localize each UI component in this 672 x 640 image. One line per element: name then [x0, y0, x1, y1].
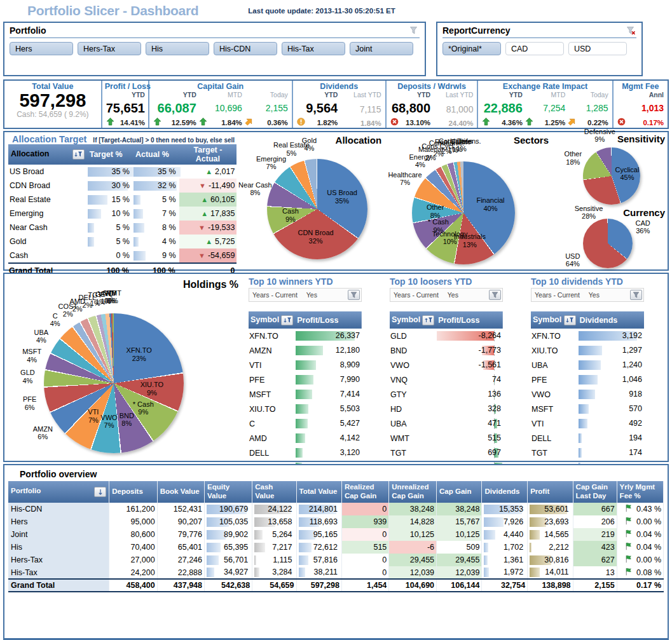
top-dividends-panel: Top 10 dividends YTDYears - CurrentYesSy… — [531, 276, 644, 461]
pie-label: XIU.TO9% — [141, 381, 163, 397]
allocation-row: Gold5 %4 %▲5,725 — [8, 235, 237, 249]
pie-label: Gold4% — [302, 136, 317, 152]
circle-red-icon — [390, 118, 399, 127]
clear-filter-icon[interactable] — [625, 25, 636, 36]
trend-up-icon: ▲ — [201, 210, 208, 217]
top-table-row: WMT515 — [390, 431, 503, 446]
report-currency-slicer: ReportCurrency*Original*CADUSD — [436, 22, 643, 76]
trend-down-icon: ▼ — [198, 224, 205, 231]
diag-orange-icon — [245, 118, 253, 127]
slicer-item-hers[interactable]: Hers — [10, 42, 73, 55]
kpi-mgmt-fee: Mgmt FeeAnnl1,0130.17% — [614, 81, 668, 128]
top-table-row: UBA1,240 — [531, 358, 644, 372]
pie-label: WMT0% — [105, 289, 121, 305]
pie-label: BND8% — [120, 412, 134, 428]
pie-label: Cash9% — [282, 207, 299, 223]
slicer-item-hers-tax[interactable]: Hers-Tax — [78, 42, 141, 55]
slicer-item-joint[interactable]: Joint — [350, 42, 413, 55]
kpi-metric: Annl1,0130.17% — [616, 91, 665, 127]
slicer-item-his-tax[interactable]: His-Tax — [282, 42, 345, 55]
portfolio-row: His-CDN161,200152,431190,67924,122214,80… — [8, 503, 664, 515]
slicer-item-usd[interactable]: USD — [568, 42, 627, 55]
years-current-filter: Years - CurrentYes — [390, 288, 503, 302]
kpi-metric: Today1,2850.22% — [566, 91, 609, 127]
up-green-icon — [482, 118, 490, 127]
kpi-label: Mgmt Fee — [616, 82, 665, 91]
top-table-row: VNQ74 — [390, 372, 503, 387]
top-table-row: UBA471 — [390, 416, 503, 431]
portfolio-row: Hers95,00090,207105,03513,658118,6939391… — [8, 515, 664, 528]
slicer-item-his-cdn[interactable]: His-CDN — [214, 42, 277, 55]
top-table-row: XIU.TO1,297 — [531, 343, 644, 358]
kpi-exchange-rate-impact: Exchange Rate ImpactYTD22,8864.36%MTD7,2… — [478, 81, 613, 128]
sort-icon[interactable] — [94, 487, 106, 497]
allocation-target-note: If [Target-Actual] > 0 then need to buy,… — [93, 137, 235, 144]
up-green-icon — [199, 118, 207, 127]
portfolio-overview-title: Portfolio overview — [20, 469, 664, 479]
slicer-item-his[interactable]: His — [146, 42, 209, 55]
portfolio-row: His70,40065,40165,3957,21772,612515-6509… — [8, 541, 664, 554]
top-table-row: PFE1,046 — [531, 372, 644, 387]
pie-label: Near Cash8% — [238, 181, 272, 197]
kpi-metric: Last YTD7,1151.84% — [339, 91, 382, 127]
portfolio-row: His-Tax24,20022,88834,9273,28438,211012,… — [8, 566, 664, 579]
allocation-row: Real Estate15 %5 %▲60,105 — [8, 193, 237, 207]
trend-up-icon: ▲ — [205, 238, 212, 245]
filter-icon[interactable] — [489, 290, 501, 300]
years-current-filter: Years - CurrentYes — [531, 288, 644, 302]
filter-sort-icon[interactable] — [281, 315, 293, 325]
filter-sort-icon[interactable] — [72, 149, 85, 160]
kpi-label: Profit / Loss — [105, 82, 146, 91]
top-table-row: GTY136 — [390, 387, 503, 402]
top-table-row: AMD4,142 — [249, 431, 362, 446]
allocation-target-panel: Allocation TargetIf [Target-Actual] > 0 … — [4, 132, 237, 269]
filter-sort-icon[interactable] — [564, 315, 576, 325]
portfolio-overview-band: Portfolio overview PortfolioDepositsBook… — [3, 464, 669, 640]
slicer-title: Portfolio — [10, 25, 46, 36]
top-table-row: XFN.TO3,192 — [531, 329, 644, 343]
flag-icon — [624, 517, 636, 527]
top-table-row: GLD-8,264 — [390, 329, 503, 343]
clear-filter-icon[interactable] — [408, 25, 420, 36]
slicer-item--original-[interactable]: *Original* — [442, 42, 501, 55]
kpi-total-value: Total Value597,298Cash: 54,659 ( 9.2%) — [4, 81, 102, 128]
filter-icon[interactable] — [348, 290, 360, 300]
top-table-row: VWO918 — [531, 387, 644, 402]
top-winners-panel: Top 10 winners YTDYears - CurrentYesSymb… — [249, 276, 362, 461]
kpi-band: Total Value597,298Cash: 54,659 ( 9.2%)Pr… — [3, 79, 669, 129]
page-title: Portfolio Slicer - Dashboard — [27, 3, 198, 18]
pie-label: VWO7% — [100, 414, 117, 430]
kpi-metric: Today2,1550.36% — [243, 91, 289, 127]
sectors-chart-title: Sectors — [514, 135, 549, 146]
slicer-row: PortfolioHersHers-TaxHisHis-CDNHis-TaxJo… — [3, 22, 669, 76]
filter-sort-icon[interactable] — [422, 315, 434, 325]
kpi-deposits-wdrwls: Deposits / WdrwlsYTD68,80013.10%Last YTD… — [387, 81, 479, 128]
top-table-row: VWO-1,561 — [390, 358, 503, 372]
pie-label: Defensive9% — [584, 127, 615, 143]
up-green-icon — [106, 118, 114, 127]
top-table-row: TGT697 — [390, 446, 503, 460]
kpi-metric: YTD68,80013.10% — [389, 91, 432, 127]
top-table-title: Top 10 winners YTD — [249, 276, 362, 287]
allocation-row: Cash0 %9 %▼-54,659 — [8, 249, 237, 263]
total-value: 597,298 — [7, 91, 99, 110]
flag-icon — [624, 529, 636, 540]
top-table-row: BND-1,773 — [390, 343, 503, 358]
currency-chart-title: Currency — [623, 207, 665, 218]
pie-label: Other8% — [427, 203, 444, 219]
kpi-profit-loss: Profit / LossYTD75,65114.41% — [102, 81, 149, 128]
portfolio-slicer: PortfolioHersHers-TaxHisHis-CDNHis-TaxJo… — [3, 22, 426, 76]
filter-icon[interactable] — [630, 290, 642, 300]
pie-label: Financial40% — [476, 196, 504, 212]
right-pies: Sensitivity Cyclical45%Sensitive28%Other… — [550, 132, 668, 269]
pie-label: CDN Broad32% — [298, 229, 333, 245]
top-table-row: MSFT570 — [531, 402, 644, 416]
kpi-metric: YTD66,08712.59% — [152, 91, 198, 127]
circle-amber-icon — [297, 118, 305, 127]
pie-label: USD64% — [565, 252, 580, 268]
portfolio-row: Joint80,60079,77689,9025,26495,165010,12… — [8, 528, 664, 541]
kpi-metric: YTD9,5641.82% — [296, 91, 339, 127]
slicer-item-cad[interactable]: CAD — [505, 42, 564, 55]
holdings-band: Holdings % XFN.TO23%XIU.TO9%* Cash9%BND8… — [3, 273, 669, 462]
up-green-icon — [525, 118, 533, 127]
